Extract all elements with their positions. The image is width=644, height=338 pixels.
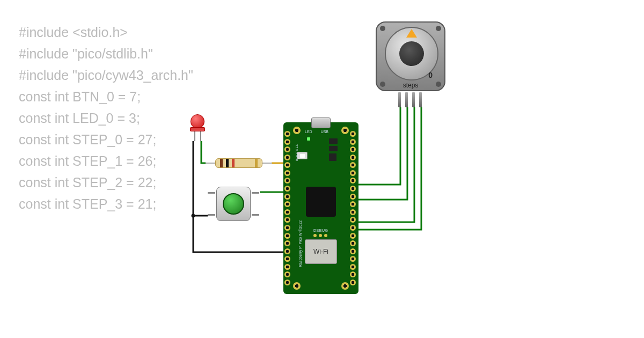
wire-stepper-a (355, 107, 400, 185)
raspberry-pi-pico-w[interactable]: LED USB BOOTSEL DEBUG Wi-Fi Raspberry Pi… (283, 122, 358, 294)
pico-right-pins (350, 131, 357, 285)
pico-pinhole[interactable] (350, 186, 356, 192)
pico-pinhole[interactable] (350, 201, 356, 207)
pico-pinhole[interactable] (284, 225, 290, 231)
pico-pinhole[interactable] (284, 194, 290, 200)
wire-stepper-d (355, 107, 421, 230)
source-code-listing: #include <stdio.h> #include "pico/stdlib… (19, 21, 193, 215)
stepper-motor[interactable]: 0 steps (376, 21, 445, 91)
pico-pinhole[interactable] (284, 240, 290, 246)
pico-pinhole[interactable] (350, 178, 356, 183)
pico-pinhole[interactable] (284, 146, 290, 152)
code-line: const int STEP_3 = 21; (19, 193, 193, 215)
debug-pins (313, 234, 327, 237)
stepper-body: 0 steps (376, 21, 445, 91)
pico-pinhole[interactable] (284, 131, 290, 137)
wire-stepper-b (355, 107, 407, 200)
pico-pinhole[interactable] (284, 178, 290, 183)
wire-led-to-resistor (201, 141, 206, 163)
wifi-label: Wi-Fi (313, 248, 328, 255)
bootsel-button[interactable] (297, 152, 308, 159)
debug-label: DEBUG (313, 229, 328, 232)
bootsel-label: BOOTSEL (295, 144, 298, 161)
usb-port-icon (311, 117, 331, 128)
pico-pinhole[interactable] (350, 209, 356, 215)
pico-pinhole[interactable] (350, 248, 356, 254)
pico-pinhole[interactable] (284, 264, 290, 270)
red-led[interactable] (189, 114, 206, 141)
pico-pinhole[interactable] (350, 170, 356, 176)
pico-pinhole[interactable] (284, 162, 290, 168)
wire-stepper-c (355, 107, 414, 222)
stepper-step-count: 0 (428, 71, 433, 79)
pico-board-label: Raspberry Pi Pico W ©2022 (298, 221, 302, 267)
pico-pinhole[interactable] (350, 131, 356, 137)
code-line: const int STEP_2 = 22; (19, 172, 193, 193)
code-line: const int BTN_0 = 7; (19, 86, 193, 107)
pico-led-label: LED (305, 130, 312, 134)
stepper-arrow-icon (406, 29, 417, 38)
pico-pinhole[interactable] (284, 248, 290, 254)
pico-pinhole[interactable] (350, 240, 356, 246)
pico-pinhole[interactable] (284, 271, 290, 277)
pico-pinhole[interactable] (350, 146, 356, 152)
pico-pinhole[interactable] (350, 225, 356, 231)
pico-pinhole[interactable] (284, 170, 290, 176)
pico-pinhole[interactable] (350, 139, 356, 145)
pico-pinhole[interactable] (284, 256, 290, 262)
pico-pinhole[interactable] (350, 264, 356, 270)
pico-pinhole[interactable] (350, 162, 356, 168)
pico-top-labels: LED USB (305, 130, 328, 134)
stepper-shaft (399, 41, 424, 66)
code-line: #include "pico/stdlib.h" (19, 43, 193, 64)
pico-pinhole[interactable] (350, 155, 356, 160)
pico-pinhole[interactable] (350, 271, 356, 277)
onboard-led-icon (307, 137, 310, 141)
pico-left-pins (284, 131, 292, 285)
code-line: const int STEP_0 = 27; (19, 129, 193, 150)
pico-pinhole[interactable] (284, 217, 290, 223)
pico-pinhole[interactable] (284, 201, 290, 207)
resistor-body (215, 158, 262, 168)
stepper-pins (398, 92, 422, 107)
pico-usb-label: USB (321, 130, 328, 134)
pico-pinhole[interactable] (350, 194, 356, 200)
pico-pinhole[interactable] (284, 233, 290, 239)
pico-pinhole[interactable] (284, 186, 290, 192)
code-line: const int LED_0 = 3; (19, 107, 193, 129)
code-line: const int STEP_1 = 26; (19, 150, 193, 172)
led-bulb (191, 114, 204, 128)
code-line: #include "pico/cyw43_arch.h" (19, 64, 193, 86)
push-button-cap[interactable] (223, 193, 244, 215)
pico-pinhole[interactable] (350, 256, 356, 262)
pico-pinhole[interactable] (284, 139, 290, 145)
resistor[interactable] (212, 158, 266, 168)
pico-pinhole[interactable] (284, 209, 290, 215)
pico-pinhole[interactable] (350, 280, 356, 285)
pico-pinhole[interactable] (350, 233, 356, 239)
push-button[interactable] (212, 182, 255, 225)
rp2040-chip-icon (306, 187, 336, 217)
pico-pinhole[interactable] (284, 155, 290, 160)
pico-pinhole[interactable] (284, 280, 290, 285)
pico-pinhole[interactable] (350, 217, 356, 223)
wifi-module: Wi-Fi (305, 239, 337, 264)
stepper-label: steps (377, 82, 444, 89)
code-line: #include <stdio.h> (19, 21, 193, 43)
